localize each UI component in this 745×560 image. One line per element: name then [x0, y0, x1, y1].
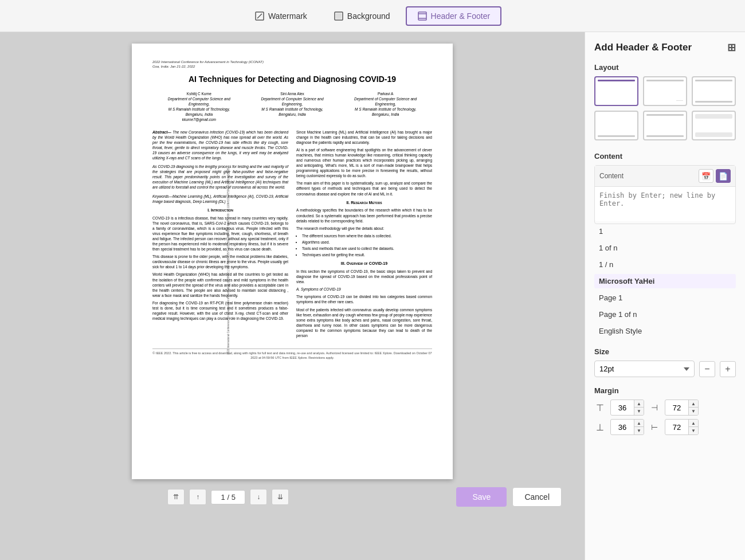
- content-option-1ofn[interactable]: 1 of n: [594, 241, 736, 255]
- doc-footer: © IEEE 2022. This article is free to acc…: [152, 348, 432, 360]
- calendar-icon-btn[interactable]: 📅: [699, 169, 713, 183]
- content-textarea[interactable]: [595, 187, 735, 221]
- last-page-button[interactable]: ⇊: [272, 489, 289, 505]
- margin-bottom-down[interactable]: ▼: [634, 427, 644, 434]
- panel-title-text: Add Header & Footer: [594, 42, 692, 53]
- margin-left-input[interactable]: [665, 421, 688, 434]
- margin-bottom-input[interactable]: [611, 421, 634, 434]
- background-button[interactable]: Background: [323, 7, 401, 25]
- size-select[interactable]: 12pt 8pt 10pt 14pt: [594, 361, 695, 377]
- content-option-1divn[interactable]: 1 / n: [594, 257, 736, 272]
- page-indicator: 1 / 5: [211, 490, 245, 504]
- authors-row: Kshitij C Kurne Department of Computer S…: [152, 91, 432, 123]
- margin-right-icon: ⊣: [649, 403, 660, 412]
- panel-title-row: Add Header & Footer ⊞: [594, 41, 736, 54]
- content-header-label: Content: [599, 172, 624, 180]
- layout-label: Layout: [594, 63, 736, 72]
- col-right: Since Machine Learning (ML) and Artifici…: [296, 130, 432, 341]
- layout-option-3[interactable]: [692, 76, 736, 106]
- margin-top-input-group: ▲ ▼: [610, 400, 644, 416]
- next-page-button[interactable]: ↓: [250, 489, 267, 505]
- content-option-engstyle[interactable]: English Style: [594, 324, 736, 338]
- size-label: Size: [594, 347, 736, 356]
- margin-right-up[interactable]: ▲: [689, 400, 698, 408]
- margin-section: Margin ⊤ ▲ ▼ ⊣ ▲ ▼: [594, 386, 736, 438]
- bottom-bar: ⇈ ↑ 1 / 5 ↓ ⇊ Save Cancel: [11, 487, 573, 507]
- content-option-1[interactable]: 1: [594, 224, 736, 238]
- margin-left-down[interactable]: ▼: [689, 427, 698, 434]
- content-header: Content 📅 📄: [595, 166, 735, 187]
- document-area: 2022 International Conference for Advanc…: [0, 32, 585, 560]
- margin-top-down[interactable]: ▼: [634, 408, 644, 415]
- header-footer-button[interactable]: Header & Footer: [406, 6, 502, 26]
- margin-right-input-group: ▲ ▼: [665, 400, 699, 416]
- size-decrease-button[interactable]: −: [699, 361, 715, 377]
- side-label: 2022 International Conference for Advanc…: [227, 168, 230, 355]
- margin-bottom-row: ⊥ ▲ ▼ ⊢ ▲ ▼: [594, 419, 736, 435]
- svg-rect-4: [418, 12, 426, 20]
- author-3: Parkavi A Department of Computer Science…: [339, 91, 432, 123]
- margin-left-up[interactable]: ▲: [689, 420, 698, 427]
- cancel-button[interactable]: Cancel: [512, 487, 562, 507]
- main-area: 2022 International Conference for Advanc…: [0, 32, 745, 560]
- content-box: Content 📅 📄: [594, 165, 736, 224]
- content-options-list: 1 1 of n 1 / n Microsoft YaHei Page 1 Pa…: [594, 224, 736, 338]
- layout-grid: ——: [594, 76, 736, 140]
- margin-left-input-group: ▲ ▼: [665, 419, 699, 435]
- doc-header: 2022 International Conference for Advanc…: [152, 60, 432, 69]
- toolbar: Watermark Background Header & Footer: [0, 0, 745, 32]
- layout-option-1[interactable]: [594, 76, 638, 106]
- page-number-icon-btn[interactable]: 📄: [716, 169, 731, 183]
- margin-right-down[interactable]: ▼: [689, 408, 698, 415]
- col-left: Abstract— The new Coronavirus infection …: [152, 130, 288, 341]
- margin-left-icon: ⊢: [649, 422, 660, 432]
- watermark-button[interactable]: Watermark: [244, 7, 318, 25]
- margin-bottom-up[interactable]: ▲: [634, 420, 644, 427]
- right-panel: Add Header & Footer ⊞ Layout ——: [585, 32, 745, 560]
- layout-option-6[interactable]: [692, 111, 736, 140]
- background-icon: [334, 11, 344, 21]
- content-section: Content Content 📅 📄 1 1 of n: [594, 152, 736, 338]
- size-control: 12pt 8pt 10pt 14pt − +: [594, 361, 736, 377]
- margin-top-input[interactable]: [611, 401, 634, 414]
- content-option-page1ofn[interactable]: Page 1 of n: [594, 307, 736, 322]
- doc-title: AI Techniques for Detecting and Diagnosi…: [152, 74, 432, 84]
- content-label: Content: [594, 152, 736, 160]
- prev-page-button[interactable]: ↑: [189, 489, 206, 505]
- panel-expand-icon[interactable]: ⊞: [727, 41, 736, 54]
- svg-rect-3: [336, 13, 342, 19]
- layout-option-5[interactable]: [643, 111, 687, 140]
- size-increase-button[interactable]: +: [720, 361, 736, 377]
- margin-bottom-input-group: ▲ ▼: [610, 419, 644, 435]
- margin-top-row: ⊤ ▲ ▼ ⊣ ▲ ▼: [594, 400, 736, 416]
- document-page: 2022 International Conference for Advanc…: [132, 44, 453, 479]
- doc-body: Abstract— The new Coronavirus infection …: [152, 130, 432, 341]
- margin-right-input[interactable]: [665, 401, 688, 414]
- content-icon-group: 📅 📄: [699, 169, 731, 183]
- content-option-msyahei[interactable]: Microsoft YaHei: [594, 274, 736, 288]
- layout-option-4[interactable]: [594, 111, 638, 140]
- content-option-page1[interactable]: Page 1: [594, 291, 736, 305]
- svg-line-1: [257, 14, 262, 18]
- first-page-button[interactable]: ⇈: [167, 489, 185, 505]
- layout-option-2[interactable]: ——: [643, 76, 687, 106]
- margin-label: Margin: [594, 386, 736, 395]
- author-2: Sini Anna Alex Department of Computer Sc…: [246, 91, 339, 123]
- size-section: Size 12pt 8pt 10pt 14pt − +: [594, 347, 736, 377]
- layout-section: Layout ——: [594, 63, 736, 143]
- margin-top-icon: ⊤: [594, 402, 606, 413]
- author-1: Kshitij C Kurne Department of Computer S…: [152, 91, 246, 123]
- header-footer-icon: [417, 11, 428, 21]
- margin-top-up[interactable]: ▲: [634, 400, 644, 408]
- save-button[interactable]: Save: [456, 487, 507, 507]
- margin-bottom-icon: ⊥: [594, 422, 606, 433]
- watermark-icon: [254, 11, 265, 21]
